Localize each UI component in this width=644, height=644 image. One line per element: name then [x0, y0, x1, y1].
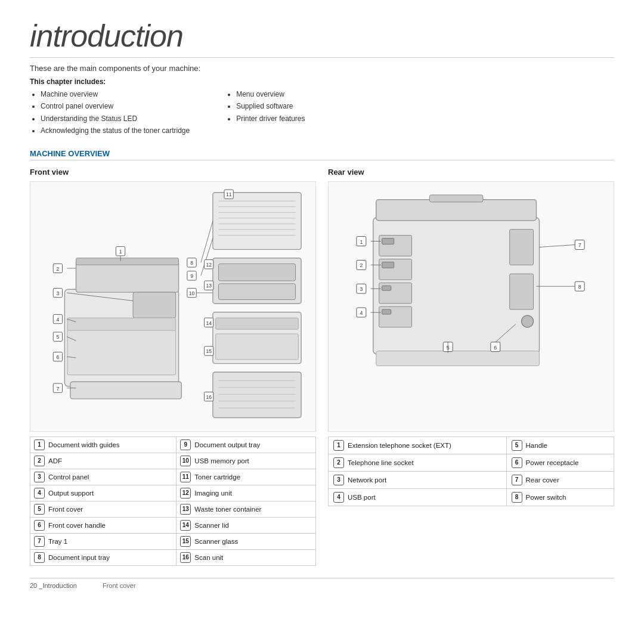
table-row: 6Front cover handle14Scanner lid: [30, 517, 316, 533]
svg-rect-80: [382, 238, 394, 244]
front-label-cell: 16Scan unit: [180, 552, 312, 563]
svg-text:16: 16: [206, 394, 212, 400]
num-badge: 6: [512, 457, 522, 468]
front-label-cell: 10USB memory port: [180, 456, 312, 466]
svg-text:1: 1: [360, 239, 363, 244]
num-badge: 3: [333, 475, 344, 485]
footer-text: 20 _Introduction: [30, 582, 77, 589]
svg-rect-20: [216, 333, 299, 359]
rear-label-cell: 6Power receptacle: [512, 457, 609, 468]
table-row: 4USB port8Power switch: [329, 488, 614, 506]
num-badge: 7: [512, 475, 522, 485]
num-badge: 5: [512, 440, 522, 451]
svg-text:11: 11: [226, 191, 232, 197]
num-badge: 8: [512, 492, 522, 503]
rear-labels-table: 1Extension telephone socket (EXT)5Handle…: [328, 436, 614, 506]
front-label-cell: 4Output support: [34, 488, 172, 499]
page-footer: 20 _Introduction Front cover: [30, 578, 614, 589]
chapter-item: Machine overview: [41, 88, 190, 100]
svg-text:12: 12: [206, 262, 212, 268]
machine-overview-title: MACHINE OVERVIEW: [30, 149, 614, 160]
svg-rect-76: [510, 274, 534, 309]
num-badge: 7: [34, 536, 45, 547]
rear-label-cell: 1Extension telephone socket (EXT): [333, 440, 501, 451]
rear-view-section: Rear view: [328, 168, 614, 566]
svg-text:14: 14: [206, 320, 212, 326]
front-view-diagram: 1 2 3 4 5 6: [30, 181, 316, 432]
front-label-cell: 2ADF: [34, 456, 172, 466]
table-row: 1Extension telephone socket (EXT)5Handle: [329, 436, 614, 454]
num-badge: 4: [34, 488, 45, 499]
svg-text:7: 7: [578, 242, 581, 248]
svg-text:2: 2: [360, 262, 363, 268]
front-label-cell: 14Scanner lid: [180, 520, 312, 531]
svg-rect-79: [429, 194, 483, 202]
svg-rect-6: [67, 318, 176, 330]
front-label-cell: 15Scanner glass: [180, 536, 312, 547]
rear-label-cell: 8Power switch: [512, 492, 609, 503]
chapter-list-left: Machine overviewControl panel overviewUn…: [30, 88, 190, 137]
svg-text:1: 1: [119, 249, 122, 255]
svg-rect-75: [510, 229, 534, 265]
svg-point-78: [522, 315, 534, 327]
front-label-cell: 3Control panel: [34, 472, 172, 482]
svg-rect-82: [382, 286, 391, 290]
svg-text:3: 3: [56, 290, 59, 296]
rear-label-cell: 3Network port: [333, 475, 501, 485]
num-badge: 1: [34, 439, 45, 450]
svg-rect-4: [133, 292, 176, 318]
svg-rect-19: [216, 318, 299, 329]
num-badge: 4: [333, 492, 344, 503]
rear-view-diagram: 1 2 3 4 5 6: [328, 181, 614, 432]
num-badge: 12: [180, 488, 191, 499]
num-badge: 2: [34, 456, 45, 466]
front-label-cell: 1Document width guides: [34, 439, 172, 450]
svg-text:9: 9: [190, 273, 193, 279]
svg-rect-17: [218, 283, 295, 299]
table-row: 7Tray 115Scanner glass: [30, 533, 316, 549]
num-badge: 9: [180, 439, 191, 450]
chapter-item: Printer driver features: [236, 113, 305, 125]
front-label-cell: 5Front cover: [34, 504, 172, 515]
svg-text:6: 6: [494, 344, 497, 350]
num-badge: 13: [180, 504, 191, 515]
table-row: 4Output support12Imaging unit: [30, 485, 316, 501]
front-label-cell: 9Document output tray: [180, 439, 312, 450]
num-badge: 11: [180, 472, 191, 482]
svg-rect-81: [382, 262, 394, 268]
svg-rect-5: [67, 329, 176, 374]
rear-label-cell: 4USB port: [333, 492, 501, 503]
front-view-svg: 1 2 3 4 5 6: [30, 182, 315, 431]
table-row: 5Front cover13Waste toner container: [30, 501, 316, 517]
svg-text:13: 13: [206, 283, 212, 289]
page-title: introduction: [30, 18, 614, 58]
svg-text:8: 8: [578, 284, 581, 290]
rear-label-cell: 7Rear cover: [512, 475, 609, 485]
svg-text:3: 3: [360, 286, 363, 292]
num-badge: 1: [333, 440, 344, 451]
rear-label-cell: 5Handle: [512, 440, 609, 451]
svg-rect-21: [213, 372, 301, 417]
svg-text:7: 7: [56, 385, 59, 391]
table-row: 1Document width guides9Document output t…: [30, 436, 316, 453]
front-label-cell: 7Tray 1: [34, 536, 172, 547]
num-badge: 3: [34, 472, 45, 482]
rear-view-svg: 1 2 3 4 5 6: [329, 182, 614, 431]
svg-text:4: 4: [56, 316, 59, 322]
num-badge: 8: [34, 552, 45, 563]
page-subtitle: These are the main components of your ma…: [30, 64, 614, 73]
svg-text:8: 8: [190, 260, 193, 266]
front-cover-label: Front cover: [103, 582, 136, 589]
table-row: 8Document input tray16Scan unit: [30, 549, 316, 565]
svg-rect-70: [376, 199, 537, 220]
front-label-cell: 13Waste toner container: [180, 504, 312, 515]
num-badge: 15: [180, 536, 191, 547]
front-labels-table: 1Document width guides9Document output t…: [30, 436, 316, 566]
svg-rect-83: [382, 309, 391, 314]
svg-text:15: 15: [206, 348, 212, 354]
num-badge: 6: [34, 520, 45, 531]
svg-line-104: [539, 244, 575, 247]
chapter-includes-title: This chapter includes:: [30, 78, 614, 86]
front-label-cell: 11Toner cartridge: [180, 472, 312, 482]
front-view-title: Front view: [30, 168, 316, 177]
